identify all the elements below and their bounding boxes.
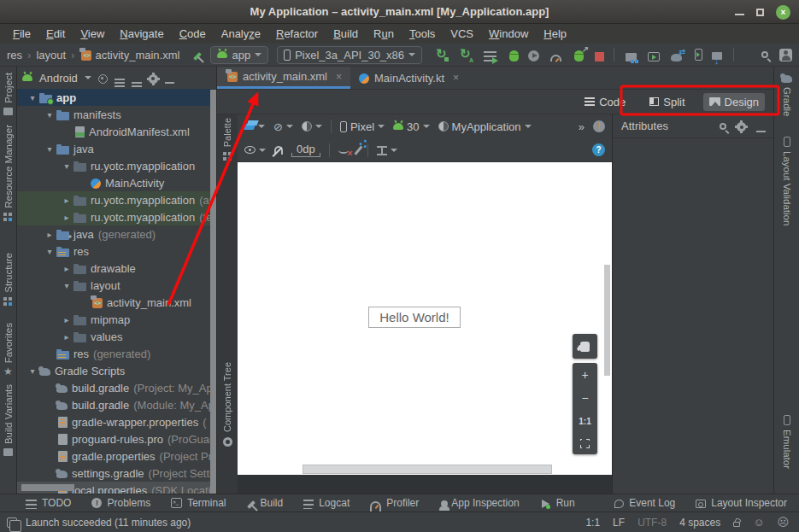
tool-window-button[interactable]: Event Log	[614, 497, 675, 509]
restore-icon[interactable]	[756, 9, 764, 16]
menu-item[interactable]: Tools	[402, 24, 443, 44]
tool-window-button[interactable]: ! Problems	[91, 497, 150, 509]
tree-chevron-icon[interactable]: ▾	[43, 144, 56, 154]
tree-item[interactable]: build.gradle (Project: My_Ap	[17, 379, 216, 396]
menu-item[interactable]: VCS	[443, 24, 481, 44]
tree-item[interactable]: proguard-rules.pro (ProGuar	[17, 430, 216, 447]
design-surface-selector[interactable]	[244, 124, 265, 130]
sdk-manager-icon[interactable]	[712, 52, 722, 60]
tree-item[interactable]: ▸ ru.yotc.myapplication (andr	[17, 191, 216, 208]
clear-constraints-icon[interactable]	[338, 147, 349, 154]
tool-window-button[interactable]: Logcat	[303, 497, 350, 509]
caret-position[interactable]: 1:1	[585, 517, 600, 529]
zoom-in-button[interactable]: +	[581, 369, 588, 381]
tree-item[interactable]: ▾ layout	[17, 277, 216, 294]
tree-item[interactable]: ▸ values	[17, 328, 216, 345]
gradle-sync-icon[interactable]	[671, 54, 682, 61]
tool-window-button[interactable]: Build	[247, 497, 284, 509]
project-scrollbar-horizontal[interactable]	[21, 484, 74, 491]
tree-chevron-icon[interactable]: ▾	[26, 93, 39, 102]
zoom-out-button[interactable]: −	[581, 392, 588, 404]
menu-item[interactable]: View	[73, 24, 112, 44]
breadcrumb-layout[interactable]: layout	[36, 49, 66, 61]
tree-item[interactable]: settings.gradle (Project Setti	[17, 465, 216, 482]
tool-window-button[interactable]: Layout Inspector	[696, 497, 787, 509]
breadcrumb-file[interactable]: activity_main.xml	[95, 49, 179, 61]
minimize-icon[interactable]	[735, 14, 744, 15]
tree-item[interactable]: activity_main.xml	[17, 294, 216, 311]
apply-code-changes-icon[interactable]	[460, 49, 473, 61]
profiler-icon[interactable]	[550, 55, 561, 61]
menu-item[interactable]: Run	[366, 24, 402, 44]
tree-item[interactable]: AndroidManifest.xml	[17, 123, 216, 140]
tree-item[interactable]: gradle.properties (Project Pr	[17, 447, 216, 465]
overflow-icon[interactable]: »	[579, 120, 585, 133]
design-canvas[interactable]: Hello World! + − 1:1	[238, 162, 612, 475]
tool-window-button[interactable]: Terminal	[171, 497, 226, 509]
tool-window-button[interactable]: Run	[540, 497, 575, 509]
zoom-fit-icon[interactable]	[580, 439, 590, 448]
search-icon[interactable]	[761, 51, 768, 58]
autoconnect-off-icon[interactable]	[274, 146, 283, 155]
sidebar-tab-structure[interactable]: Structure	[0, 253, 16, 305]
pack-menu[interactable]	[377, 145, 397, 155]
tree-item[interactable]: ▾ app	[17, 89, 216, 106]
unlock-icon[interactable]	[733, 522, 740, 527]
tree-chevron-icon[interactable]: ▸	[60, 196, 73, 205]
expand-all-icon[interactable]	[115, 82, 125, 84]
file-encoding[interactable]: UTF-8	[637, 517, 667, 529]
hide-panel-icon[interactable]	[756, 131, 766, 132]
separator[interactable]	[733, 48, 734, 61]
hello-world-textview[interactable]: Hello World!	[368, 307, 461, 328]
search-icon[interactable]	[720, 123, 726, 130]
tree-item[interactable]: ▾ Gradle Scripts	[17, 362, 216, 379]
menu-item[interactable]: Build	[326, 24, 366, 44]
mode-design-button[interactable]: Design	[703, 93, 765, 111]
tree-chevron-icon[interactable]: ▸	[60, 332, 73, 342]
gear-icon[interactable]	[737, 122, 746, 132]
menu-item[interactable]: File	[5, 24, 38, 44]
tree-chevron-icon[interactable]: ▾	[43, 110, 56, 120]
happy-face-icon[interactable]: ☺	[753, 516, 764, 529]
menu-item[interactable]: Analyze	[214, 24, 268, 44]
infer-constraints-icon[interactable]	[354, 145, 362, 155]
tree-item[interactable]: build.gradle (Module: My_Ap	[17, 396, 216, 413]
stacked-windows-icon[interactable]	[7, 517, 17, 528]
canvas-scrollbar-horizontal[interactable]	[303, 465, 552, 474]
stop-icon[interactable]	[595, 52, 604, 61]
tree-chevron-icon[interactable]: ▸	[60, 315, 73, 324]
debug-icon[interactable]	[509, 50, 519, 61]
separator[interactable]	[614, 48, 614, 61]
hide-panel-icon[interactable]	[165, 82, 174, 84]
avd-manager-icon[interactable]	[648, 52, 660, 61]
menu-item[interactable]: Help	[536, 24, 574, 44]
attach-debugger-icon[interactable]	[574, 50, 584, 61]
sidebar-tab-resource-manager[interactable]: Resource Manager	[0, 125, 16, 220]
night-mode-selector[interactable]	[302, 121, 322, 132]
tab-mainactivity-kt[interactable]: MainActivity.kt ×	[350, 67, 467, 89]
device-manager-icon[interactable]	[695, 49, 702, 61]
sidebar-tab-emulator[interactable]: Emulator	[774, 415, 799, 469]
zoom-actual-button[interactable]: 1:1	[579, 416, 590, 428]
tree-item[interactable]: ▾ java	[17, 140, 216, 157]
menu-item[interactable]: Refactor	[268, 24, 326, 44]
run-configurations-icon[interactable]	[484, 51, 496, 61]
tree-item[interactable]: ▾ manifests	[17, 106, 216, 123]
mode-code-button[interactable]: Code	[579, 93, 632, 111]
sidebar-tab-build-variants[interactable]: Build Variants	[0, 384, 16, 456]
tool-window-button[interactable]: App Inspection	[439, 497, 519, 509]
tree-chevron-icon[interactable]: ▸	[60, 213, 73, 222]
view-options-menu[interactable]	[244, 146, 266, 154]
help-icon[interactable]: ?	[592, 143, 605, 156]
default-margin-selector[interactable]: 0dp	[291, 143, 320, 157]
device-menu[interactable]: Pixel	[340, 120, 385, 133]
device-selector[interactable]: Pixel_3a_API_30_x86	[277, 46, 422, 64]
project-scrollbar-vertical[interactable]	[210, 90, 216, 494]
tool-window-button[interactable]: TODO	[26, 497, 71, 509]
build-hammer-icon[interactable]	[193, 52, 202, 61]
tree-item[interactable]: res (generated)	[17, 345, 216, 362]
tree-chevron-icon[interactable]: ▸	[43, 230, 56, 239]
sidebar-tab-gradle[interactable]: Gradle	[774, 73, 799, 117]
sad-face-icon[interactable]: ☹	[777, 516, 789, 529]
tab-activity-main-xml[interactable]: activity_main.xml ×	[217, 67, 350, 89]
